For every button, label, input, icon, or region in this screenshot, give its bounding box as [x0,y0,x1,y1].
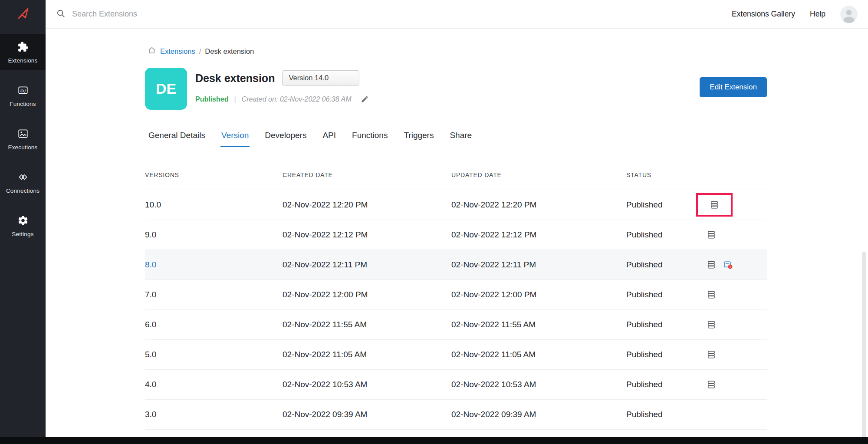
tab-developers[interactable]: Developers [264,126,307,147]
archive-icon[interactable] [707,380,716,389]
sidebar-nav: Extensions f(x) Functions Executions Con… [0,34,46,251]
status-badge: Published [195,95,228,103]
updated-date-cell: 02-Nov-2022 11:55 AM [451,320,626,329]
breadcrumb-root[interactable]: Extensions [160,47,195,56]
row-actions: ! [703,260,767,270]
svg-text:f(x): f(x) [20,89,26,93]
archive-icon[interactable] [710,200,719,210]
help-link[interactable]: Help [810,10,825,19]
vertical-scrollbar[interactable] [862,252,866,441]
edit-extension-button[interactable]: Edit Extension [700,77,767,97]
tab-triggers[interactable]: Triggers [403,126,434,147]
breadcrumb-separator: / [199,47,201,56]
created-date-cell: 02-Nov-2022 10:53 AM [283,380,451,389]
user-avatar[interactable] [840,6,858,23]
tab-version[interactable]: Version [220,126,250,147]
table-row: 9.002-Nov-2022 12:12 PM02-Nov-2022 12:12… [145,220,767,250]
archive-icon[interactable] [707,350,716,359]
sidebar-item-connections[interactable]: Connections [0,164,46,201]
sidebar-item-label: Settings [12,231,33,237]
created-date-cell: 02-Nov-2022 12:12 PM [283,230,451,240]
sidebar-item-label: Extensions [8,57,37,64]
image-icon [17,128,29,141]
tab-general-details[interactable]: General Details [148,126,206,147]
created-date-cell: 02-Nov-2022 11:55 AM [283,320,451,329]
table-row: 10.002-Nov-2022 12:20 PM02-Nov-2022 12:2… [145,190,767,220]
table-row: 5.002-Nov-2022 11:05 AM02-Nov-2022 11:05… [145,340,767,370]
status-cell: Published [626,200,703,210]
table-row: 6.002-Nov-2022 11:55 AM02-Nov-2022 11:55… [145,310,767,340]
created-date-cell: 02-Nov-2022 12:20 PM [283,200,451,210]
table-row: 3.002-Nov-2022 09:39 AM02-Nov-2022 09:39… [145,400,767,430]
version-select[interactable]: Version 14.0 [282,70,359,86]
sidebar-item-settings[interactable]: Settings [0,207,46,244]
tab-api[interactable]: API [322,126,337,147]
topbar-right: Extensions Gallery Help [732,6,858,23]
main-area: Extensions / Desk extension DE Desk exte… [46,29,868,444]
breadcrumb: Extensions / Desk extension [145,46,767,56]
sidebar-item-label: Connections [6,187,39,194]
column-header-updated: UPDATED DATE [451,171,626,178]
search-input[interactable] [71,9,297,19]
updated-date-cell: 02-Nov-2022 12:00 PM [451,290,626,299]
status-divider: | [234,95,236,103]
tab-share[interactable]: Share [449,126,473,147]
diamonds-icon [17,171,29,184]
version-cell: 7.0 [145,290,283,299]
created-date-cell: 02-Nov-2022 12:00 PM [283,290,451,299]
fx-icon: f(x) [17,85,29,97]
archive-icon[interactable] [707,290,716,299]
sidebar-item-extensions[interactable]: Extensions [0,34,46,70]
column-header-created: CREATED DATE [283,171,451,178]
status-cell: Published [626,260,703,270]
app-logo[interactable] [0,0,46,29]
status-cell: Published [626,290,703,299]
extensions-gallery-link[interactable]: Extensions Gallery [732,10,795,19]
version-cell[interactable]: 8.0 [145,260,283,270]
page-title: Desk extension [195,72,275,85]
status-cell: Published [626,350,703,359]
column-header-status: STATUS [626,171,703,178]
home-icon[interactable] [148,46,156,56]
search-icon [56,9,66,20]
created-date-text: Created on: 02-Nov-2022 06:38 AM [242,95,352,103]
brand-arrow-icon [14,5,32,24]
breadcrumb-current: Desk extension [205,47,254,56]
sidebar-item-label: Functions [10,101,36,107]
updated-date-cell: 02-Nov-2022 09:39 AM [451,410,626,419]
table-row: 4.002-Nov-2022 10:53 AM02-Nov-2022 10:53… [145,370,767,400]
row-actions [703,350,767,359]
sidebar-item-label: Executions [8,144,37,151]
updated-date-cell: 02-Nov-2022 11:05 AM [451,350,626,359]
status-cell: Published [626,380,703,389]
table-header: VERSIONS CREATED DATE UPDATED DATE STATU… [145,147,767,190]
row-actions [703,320,767,329]
extension-avatar: DE [145,68,187,110]
sidebar-item-executions[interactable]: Executions [0,121,46,157]
created-date-cell: 02-Nov-2022 12:11 PM [283,260,451,270]
created-date-cell: 02-Nov-2022 11:05 AM [283,350,451,359]
edit-pencil-icon[interactable] [361,95,369,103]
version-cell: 9.0 [145,230,283,240]
extension-header: DE Desk extension Version 14.0 Published… [145,68,767,110]
table-row: 8.002-Nov-2022 12:11 PM02-Nov-2022 12:11… [145,250,767,280]
updated-date-cell: 02-Nov-2022 10:53 AM [451,380,626,389]
row-actions [703,230,767,240]
gear-icon [17,215,29,227]
archive-icon[interactable] [707,320,716,329]
archive-icon[interactable] [707,260,716,270]
topbar: Extensions Gallery Help [46,0,868,29]
updated-date-cell: 02-Nov-2022 12:20 PM [451,200,626,210]
row-actions [703,290,767,299]
version-cell: 4.0 [145,380,283,389]
update-alert-icon[interactable]: ! [723,260,733,270]
tab-functions[interactable]: Functions [351,126,388,147]
updated-date-cell: 02-Nov-2022 12:11 PM [451,260,626,270]
sidebar-item-functions[interactable]: f(x) Functions [0,77,46,114]
archive-icon[interactable] [707,230,716,240]
row-actions [703,193,767,217]
status-cell: Published [626,230,703,240]
bottom-edge [0,437,868,444]
table-row: 7.002-Nov-2022 12:00 PM02-Nov-2022 12:00… [145,280,767,310]
puzzle-icon [17,41,29,54]
